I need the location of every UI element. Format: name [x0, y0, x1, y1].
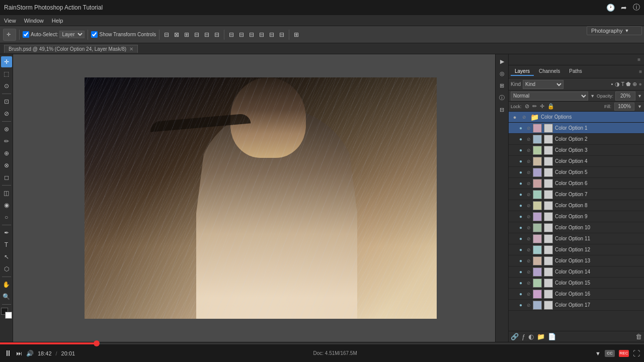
gradient-tool[interactable]: ◫ [1, 188, 12, 199]
share-icon[interactable]: ➦ [621, 4, 627, 12]
distribute-right-icon[interactable]: ⊟ [248, 31, 256, 38]
filter-shape-icon[interactable]: ⬟ [626, 81, 631, 87]
layer-vis-icon[interactable]: ● [517, 268, 525, 276]
align-top-icon[interactable]: ⊟ [193, 31, 201, 38]
layer-item[interactable]: ● ⊘ Color Option 16 [509, 289, 644, 300]
fullscreen-button[interactable]: ⛶ [633, 349, 640, 357]
layer-style-icon[interactable]: ƒ [522, 333, 525, 340]
menu-view[interactable]: View [4, 18, 16, 24]
zoom-tool[interactable]: 🔍 [1, 291, 12, 302]
lock-transparent-icon[interactable]: ⊘ [525, 103, 529, 110]
history-brush-tool[interactable]: ⊗ [1, 160, 12, 171]
close-tab-icon[interactable]: ✕ [129, 46, 133, 52]
layer-item[interactable]: ● ⊘ Color Option 4 [509, 156, 644, 167]
layer-vis-icon[interactable]: ● [517, 290, 525, 298]
blur-tool[interactable]: ◉ [1, 200, 12, 211]
layer-item[interactable]: ● ⊘ Color Option 3 [509, 145, 644, 156]
tab-channels[interactable]: Channels [535, 67, 564, 76]
panel-collapse-icon[interactable]: ≡ [636, 57, 642, 62]
layer-vis-icon[interactable]: ● [517, 168, 525, 176]
lasso-tool[interactable]: ⊙ [1, 80, 12, 92]
menu-window[interactable]: Window [24, 18, 44, 24]
layer-item[interactable]: ● ⊘ Color Option 17 [509, 300, 644, 311]
brush-tool[interactable]: ✏ [1, 136, 12, 147]
show-transform-checkbox[interactable] [91, 31, 98, 38]
filter-type-icon[interactable]: T [621, 81, 625, 87]
filter-adjustment-icon[interactable]: ◑ [615, 81, 620, 87]
align-right-icon[interactable]: ⊞ [183, 31, 191, 38]
layer-item[interactable]: ● ⊘ Color Option 10 [509, 222, 644, 233]
path-select-tool[interactable]: ↖ [1, 251, 12, 262]
layer-vis-icon[interactable]: ● [517, 246, 525, 254]
distribute-middle-v-icon[interactable]: ⊟ [268, 31, 276, 38]
tab-layers[interactable]: Layers [511, 67, 534, 76]
auto-select-checkbox[interactable] [23, 31, 29, 38]
pen-tool[interactable]: ✒ [1, 227, 12, 238]
layer-vis-icon[interactable]: ● [517, 191, 525, 199]
shape-tool[interactable]: ⬡ [1, 263, 12, 275]
align-bottom-icon[interactable]: ⊟ [213, 31, 221, 38]
canvas-area[interactable] [13, 54, 508, 342]
color-swatches[interactable] [1, 308, 12, 319]
video-progress-dot[interactable] [94, 340, 100, 346]
layer-vis-icon[interactable]: ● [517, 202, 525, 210]
video-progress-bar[interactable] [0, 342, 644, 344]
layer-vis-icon[interactable]: ● [517, 257, 525, 265]
layer-item[interactable]: ● ⊘ Color Option 9 [509, 211, 644, 222]
layer-vis-icon[interactable]: ● [517, 224, 525, 232]
menu-help[interactable]: Help [52, 18, 63, 24]
layer-vis-icon[interactable]: ● [517, 235, 525, 243]
layer-vis-icon[interactable]: ● [517, 213, 525, 221]
auto-select-dropdown[interactable]: Layer Group [59, 31, 85, 38]
layer-vis-icon[interactable]: ● [517, 157, 525, 165]
layer-item[interactable]: ● ⊘ Color Option 14 [509, 266, 644, 278]
active-document-tab[interactable]: Brush.psd @ 49,1% (Color Option 24, Laye… [4, 45, 138, 53]
move-tool-options[interactable]: ✛ [3, 29, 16, 41]
layer-vis-icon[interactable]: ● [517, 146, 525, 154]
layer-mask-icon[interactable]: ◐ [528, 333, 534, 340]
skip-forward-button[interactable]: ⏭ [16, 350, 22, 357]
auto-align-icon[interactable]: ⊞ [292, 31, 300, 38]
distribute-left-icon[interactable]: ⊟ [227, 31, 235, 38]
filter-smart-icon[interactable]: ⊕ [632, 81, 637, 87]
eyedropper-tool[interactable]: ⊘ [1, 108, 12, 119]
distribute-top-icon[interactable]: ⊟ [258, 31, 266, 38]
layer-vis-icon[interactable]: ● [517, 301, 525, 309]
cc-button[interactable]: CC [605, 350, 615, 357]
info-icon[interactable]: ⓘ [633, 3, 640, 12]
history-panel-icon[interactable]: ▶ [497, 56, 507, 66]
layer-item[interactable]: ● ⊘ Color Option 15 [509, 278, 644, 289]
layer-group-color-options[interactable]: ● ⊘ 📁 Color Options [509, 112, 644, 123]
layers-option-icon[interactable]: ⊞ [497, 80, 507, 90]
adjustment-icon[interactable]: ⓘ [497, 93, 507, 103]
filter-pixel-icon[interactable]: ▪ [611, 81, 613, 87]
move-tool[interactable]: ✛ [1, 56, 12, 67]
layer-item[interactable]: ● ⊘ Color Option 13 [509, 255, 644, 266]
link-layers-icon[interactable]: 🔗 [511, 333, 519, 340]
captions-menu-button[interactable]: ▼ [595, 350, 601, 356]
crop-tool[interactable]: ⊡ [1, 96, 12, 107]
eraser-tool[interactable]: ◻ [1, 172, 12, 183]
layer-item[interactable]: ● ⊘ Color Option 12 [509, 244, 644, 255]
blend-mode-select[interactable]: Normal Multiply Screen Overlay Soft Ligh… [511, 92, 588, 101]
clone-tool[interactable]: ⊕ [1, 148, 12, 159]
layer-item[interactable]: ● ⊘ Color Option 7 [509, 189, 644, 200]
opacity-input[interactable] [615, 92, 635, 101]
panel-menu-icon[interactable]: ≡ [639, 69, 642, 74]
volume-button[interactable]: 🔊 [26, 350, 34, 357]
measurement-icon[interactable]: ⊟ [497, 105, 507, 115]
filter-toggle-icon[interactable]: ● [638, 81, 642, 87]
dodge-tool[interactable]: ○ [1, 212, 12, 223]
background-color[interactable] [5, 312, 12, 319]
layer-vis-icon[interactable]: ● [517, 135, 525, 143]
lock-brush-icon[interactable]: ✏ [532, 103, 537, 110]
layer-item[interactable]: ● ⊘ Color Option 8 [509, 200, 644, 211]
lock-position-icon[interactable]: ✛ [540, 103, 544, 110]
marquee-tool[interactable]: ⬚ [1, 68, 12, 79]
delete-layer-icon[interactable]: 🗑 [635, 333, 642, 340]
layer-vis-icon[interactable]: ● [517, 279, 525, 287]
new-group-icon[interactable]: 📁 [537, 333, 545, 340]
layer-item[interactable]: ● ⊘ Color Option 5 [509, 167, 644, 178]
spot-heal-tool[interactable]: ⊛ [1, 124, 12, 135]
layer-item[interactable]: ● ⊘ Color Option 1 [509, 123, 644, 134]
